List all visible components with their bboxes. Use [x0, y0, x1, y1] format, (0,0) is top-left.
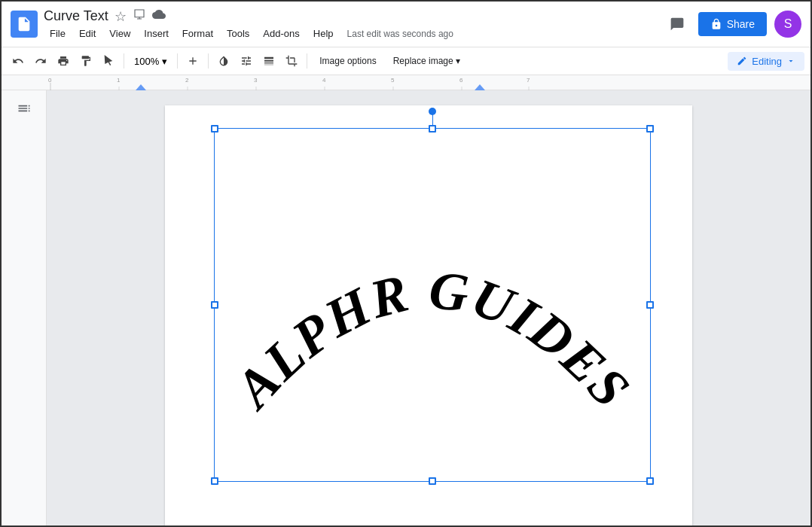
- select-button[interactable]: [98, 50, 119, 72]
- handle-top-right[interactable]: [646, 125, 654, 133]
- svg-text:7: 7: [527, 77, 530, 84]
- paint-format-button[interactable]: [75, 50, 96, 72]
- replace-image-label: Replace image: [393, 56, 453, 66]
- sidebar-outline-icon[interactable]: [12, 96, 36, 120]
- redo-button[interactable]: [30, 50, 51, 72]
- drive-icon[interactable]: [133, 8, 146, 25]
- menu-help[interactable]: Help: [307, 26, 340, 41]
- crop-button[interactable]: [281, 50, 302, 72]
- menu-view[interactable]: View: [103, 26, 136, 41]
- doc-title: Curve Text: [44, 8, 108, 24]
- svg-text:1: 1: [117, 77, 121, 84]
- editing-button[interactable]: Editing: [728, 52, 804, 71]
- add-button[interactable]: [182, 50, 203, 72]
- app-window: Curve Text ☆ File Edit View: [0, 0, 812, 527]
- title-section: Curve Text ☆ File Edit View: [44, 8, 658, 41]
- image-options-button[interactable]: Image options: [312, 50, 383, 72]
- toolbar: 100% ▾ Image options Replace image ▾: [2, 47, 810, 75]
- svg-text:3: 3: [254, 77, 258, 84]
- handle-top-left[interactable]: [211, 125, 218, 133]
- title-bar: Curve Text ☆ File Edit View: [2, 2, 810, 47]
- line-weight-button[interactable]: [258, 50, 279, 72]
- toolbar-divider-2: [177, 53, 178, 69]
- menu-bar: File Edit View Insert Format Tools Add-o…: [44, 26, 658, 41]
- menu-file[interactable]: File: [44, 26, 72, 41]
- doc-area: ALPHR GUIDES: [47, 90, 810, 525]
- comment-button[interactable]: [664, 11, 691, 38]
- handle-bottom-left[interactable]: [211, 477, 218, 485]
- border-color-button[interactable]: [213, 50, 234, 72]
- menu-addons[interactable]: Add-ons: [257, 26, 305, 41]
- doc-icon: [11, 11, 38, 38]
- svg-text:4: 4: [322, 77, 326, 84]
- image-container[interactable]: ALPHR GUIDES: [214, 128, 651, 482]
- svg-text:0: 0: [48, 77, 52, 84]
- svg-text:6: 6: [459, 77, 463, 84]
- handle-bottom-center[interactable]: [429, 477, 436, 485]
- menu-format[interactable]: Format: [176, 26, 219, 41]
- replace-image-button[interactable]: Replace image ▾: [386, 50, 468, 72]
- replace-image-dropdown: ▾: [456, 56, 460, 66]
- cloud-icon[interactable]: [152, 8, 166, 25]
- handle-middle-right[interactable]: [646, 301, 654, 309]
- document-page: ALPHR GUIDES: [165, 105, 692, 525]
- svg-text:5: 5: [391, 77, 395, 84]
- curved-text: ALPHR GUIDES: [221, 260, 642, 421]
- menu-tools[interactable]: Tools: [221, 26, 255, 41]
- rotate-handle[interactable]: [429, 108, 436, 115]
- ruler: 0 1 2 3 4 5 6 7: [2, 75, 810, 90]
- share-button[interactable]: Share: [698, 12, 767, 36]
- zoom-selector[interactable]: 100% ▾: [129, 53, 172, 69]
- star-icon[interactable]: ☆: [114, 8, 127, 25]
- svg-marker-17: [475, 84, 485, 90]
- title-row: Curve Text ☆: [44, 8, 658, 25]
- main-content: ALPHR GUIDES: [2, 90, 810, 525]
- user-avatar[interactable]: S: [774, 11, 801, 38]
- print-button[interactable]: [53, 50, 74, 72]
- toolbar-divider-4: [307, 53, 307, 69]
- curved-text-svg: ALPHR GUIDES: [215, 129, 650, 481]
- toolbar-divider-1: [124, 53, 124, 69]
- svg-marker-16: [136, 84, 146, 90]
- zoom-value: 100%: [134, 56, 159, 67]
- title-actions: Share S: [664, 11, 801, 38]
- menu-insert[interactable]: Insert: [138, 26, 175, 41]
- toolbar-divider-3: [208, 53, 209, 69]
- undo-button[interactable]: [8, 50, 29, 72]
- svg-text:2: 2: [185, 77, 189, 84]
- handle-bottom-right[interactable]: [646, 477, 654, 485]
- zoom-dropdown-icon: ▾: [162, 56, 167, 67]
- handle-middle-left[interactable]: [211, 301, 218, 309]
- border-style-button[interactable]: [236, 50, 257, 72]
- share-label: Share: [727, 18, 755, 30]
- last-edit-text: Last edit was seconds ago: [347, 29, 453, 39]
- menu-edit[interactable]: Edit: [73, 26, 102, 41]
- sidebar-left: [2, 90, 47, 525]
- editing-label: Editing: [752, 56, 782, 67]
- handle-top-center[interactable]: [429, 125, 436, 133]
